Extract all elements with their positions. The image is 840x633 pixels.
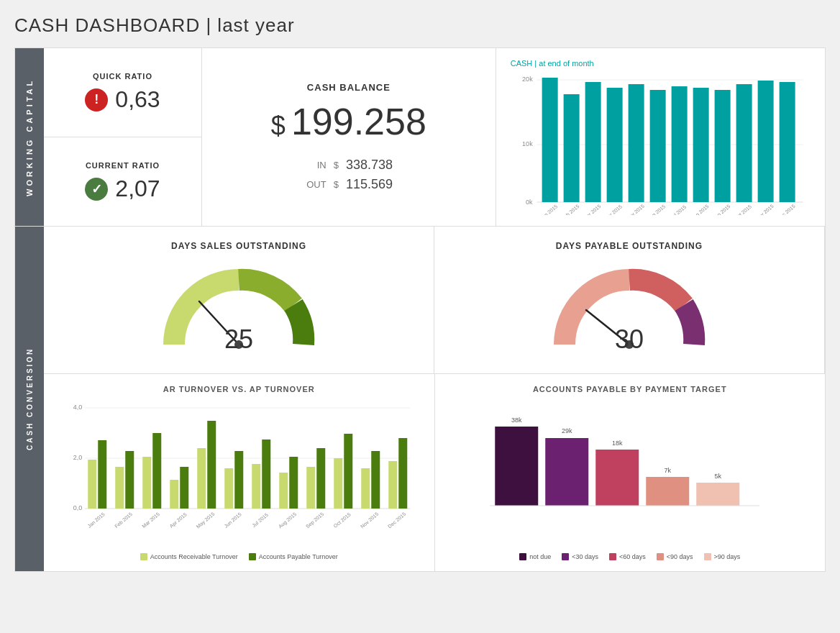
svg-rect-67 [398, 438, 407, 509]
ratios-panel: QUICK RATIO ! 0,63 CURRENT RATIO ✓ 2,07 [44, 48, 202, 226]
svg-rect-47 [125, 451, 134, 509]
ap-90plus-legend: >90 days [704, 553, 741, 560]
svg-text:Nov 2015: Nov 2015 [360, 511, 380, 529]
svg-text:5k: 5k [714, 473, 721, 480]
page-title: CASH DASHBOARD | last year [14, 14, 826, 37]
ar-ap-panel: AR TURNOVER VS. AP TURNOVER 4,0 2,0 0,0 [44, 374, 435, 571]
90days-color [657, 553, 664, 560]
ar-legend-label: Accounts Receivable Turnover [150, 553, 238, 560]
svg-rect-11 [649, 90, 665, 202]
svg-rect-49 [152, 433, 161, 509]
cash-conversion-label: CASH CONVERSION [15, 227, 44, 571]
svg-text:2,0: 2,0 [73, 454, 83, 461]
working-capital-label: WORKING CAPITAL [15, 48, 44, 226]
svg-text:Aug 2015: Aug 2015 [278, 511, 298, 529]
dpo-gauge-svg: 30 [543, 258, 716, 359]
60days-label: <60 days [619, 553, 646, 560]
bottom-charts-row: AR TURNOVER VS. AP TURNOVER 4,0 2,0 0,0 [44, 374, 825, 571]
ap-legend-color [249, 553, 256, 560]
cash-in-row: IN $ 338.738 [305, 158, 393, 173]
svg-text:Feb 2015: Feb 2015 [114, 511, 133, 529]
quick-ratio-box: QUICK RATIO ! 0,63 [44, 48, 201, 137]
ap-payment-title: ACCOUNTS PAYABLE BY PAYMENT TARGET [449, 385, 811, 393]
svg-text:Feb 2015: Feb 2015 [560, 204, 580, 215]
cash-out-row: OUT $ 115.569 [305, 177, 393, 192]
current-ratio-value: 2,07 [115, 176, 160, 202]
svg-rect-14 [714, 90, 730, 202]
svg-text:Jan 2015: Jan 2015 [86, 511, 106, 529]
ar-legend-item: Accounts Receivable Turnover [140, 553, 238, 560]
ar-ap-legend: Accounts Receivable Turnover Accounts Pa… [58, 553, 420, 560]
svg-text:10k: 10k [522, 140, 533, 147]
svg-text:Sep 2015: Sep 2015 [305, 511, 325, 529]
svg-rect-12 [671, 86, 687, 202]
svg-text:0k: 0k [526, 199, 533, 206]
svg-rect-87 [595, 450, 639, 506]
svg-text:Apr 2015: Apr 2015 [604, 204, 624, 215]
current-ratio-icon: ✓ [85, 178, 108, 201]
cash-chart-panel: CASH | at end of month 20k 10k 0k [496, 48, 825, 226]
svg-rect-63 [344, 434, 352, 509]
cash-conversion-section: CASH CONVERSION DAYS SALES OUTSTANDING [14, 227, 826, 572]
svg-text:29k: 29k [561, 427, 572, 434]
svg-rect-53 [207, 421, 216, 509]
svg-rect-52 [197, 448, 206, 509]
current-ratio-title: CURRENT RATIO [86, 161, 160, 170]
svg-rect-6 [542, 78, 557, 202]
svg-text:Jan 2015: Jan 2015 [539, 204, 558, 215]
svg-rect-59 [289, 457, 298, 509]
30days-color [562, 553, 569, 560]
quick-ratio-row: ! 0,63 [85, 86, 160, 113]
dso-gauge-svg: 25 [152, 258, 325, 359]
svg-rect-44 [88, 460, 96, 509]
svg-text:25: 25 [224, 324, 253, 354]
svg-text:Jul 2015: Jul 2015 [251, 512, 269, 528]
svg-rect-61 [316, 448, 325, 509]
svg-rect-89 [696, 483, 739, 506]
svg-rect-64 [361, 468, 370, 509]
ap-90-legend: <90 days [657, 553, 693, 560]
svg-rect-58 [279, 473, 288, 509]
svg-rect-17 [779, 82, 795, 202]
svg-rect-86 [545, 438, 588, 506]
svg-text:Jun 2015: Jun 2015 [647, 204, 666, 215]
ap-notdue-legend: not due [519, 553, 551, 560]
cash-out-amount: 115.569 [346, 177, 393, 192]
svg-text:30: 30 [615, 324, 644, 354]
svg-rect-46 [115, 467, 124, 509]
svg-text:0,0: 0,0 [73, 504, 83, 511]
dpo-panel: DAYS PAYABLE OUTSTANDING [434, 227, 825, 373]
ap-payment-panel: ACCOUNTS PAYABLE BY PAYMENT TARGET 38k 2… [435, 374, 826, 571]
ap-legend-label: Accounts Payable Turnover [259, 553, 338, 560]
svg-text:Dec 2015: Dec 2015 [776, 204, 796, 215]
svg-rect-85 [495, 427, 538, 506]
svg-rect-8 [585, 82, 601, 202]
cash-in-amount: 338.738 [346, 158, 393, 173]
dpo-title: DAYS PAYABLE OUTSTANDING [556, 241, 703, 251]
cash-chart-title: CASH | at end of month [511, 59, 811, 68]
30days-label: <30 days [572, 553, 598, 560]
svg-rect-10 [628, 84, 644, 202]
svg-rect-13 [693, 88, 708, 202]
svg-rect-15 [736, 84, 752, 202]
bottom-content: DAYS SALES OUTSTANDING [44, 227, 825, 571]
cash-bar-chart: 20k 10k 0k [511, 71, 811, 215]
90plus-color [704, 553, 711, 560]
cash-balance-main: $ 199.258 [271, 100, 426, 143]
dso-panel: DAYS SALES OUTSTANDING [44, 227, 434, 373]
90plus-label: >90 days [714, 553, 741, 560]
cash-sub-rows: IN $ 338.738 OUT $ 115.569 [224, 158, 474, 192]
cash-main-amount: 199.258 [291, 100, 426, 143]
cash-out-dollar: $ [334, 179, 339, 190]
cash-in-dollar: $ [334, 160, 339, 170]
ap-legend-item: Accounts Payable Turnover [249, 553, 338, 560]
ar-legend-color [140, 553, 147, 560]
svg-text:Jun 2015: Jun 2015 [223, 511, 242, 529]
working-capital-section: WORKING CAPITAL QUICK RATIO ! 0,63 CURRE… [14, 47, 826, 227]
cash-balance-panel: CASH BALANCE $ 199.258 IN $ 338.738 OUT [202, 48, 496, 226]
notdue-color [519, 553, 526, 560]
90days-label: <90 days [667, 553, 693, 560]
svg-text:Mar 2015: Mar 2015 [582, 204, 601, 215]
gauges-row: DAYS SALES OUTSTANDING [44, 227, 825, 374]
svg-text:May 2015: May 2015 [625, 203, 646, 215]
